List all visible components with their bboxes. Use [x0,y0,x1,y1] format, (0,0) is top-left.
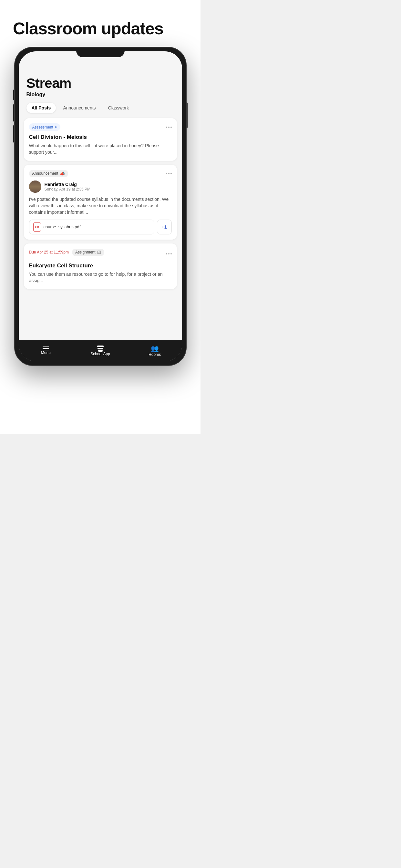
nav-school-app[interactable]: School App [73,340,127,361]
stream-subtitle: Biology [27,92,174,97]
attachment-row: pdf course_syllabus.pdf +1 [29,220,172,235]
more-menu-btn-3[interactable] [166,253,172,254]
nav-rooms-label: Rooms [149,352,161,357]
more-menu-btn-1[interactable] [166,127,172,128]
nav-menu-label: Menu [41,350,51,355]
assessment-icon: ≈ [55,125,57,129]
card-assignment[interactable]: Due Apr 25 at 11:59pm Assignment ☑ [24,244,177,289]
tag-assignment: Assignment ☑ [72,249,104,256]
card-assessment[interactable]: Assessment ≈ Cell Division - Meiosis [24,118,177,161]
tag-announcement: Announcement 📣 [29,170,68,177]
side-button-silent [13,89,15,100]
tab-announcements[interactable]: Announcements [58,103,101,113]
page-wrapper: Classroom updates Stream Biology [0,0,201,434]
page-title: Classroom updates [13,20,188,38]
file-attachment[interactable]: pdf course_syllabus.pdf [29,220,154,235]
page-title-section: Classroom updates [0,0,201,48]
avatar [29,181,41,193]
extra-files-btn[interactable]: +1 [157,220,172,235]
author-row: Henrietta Craig Sunday, Apr 19 at 2:35 P… [29,181,172,193]
side-button-vol-down [13,125,15,143]
card-body-2: I've posted the updated course syllabus … [29,196,172,216]
author-info: Henrietta Craig Sunday, Apr 19 at 2:35 P… [44,182,91,191]
avatar-image [29,181,41,193]
side-button-vol-up [13,104,15,122]
bottom-nav-area: Menu School App [19,340,182,361]
side-button-power [186,102,188,128]
nav-rooms[interactable]: 👥 Rooms [127,340,182,361]
card-header-row-2: Announcement 📣 [29,170,172,177]
card-title-3: Eukaryote Cell Structure [29,262,172,269]
tabs-row: All Posts Announcements Classwork [19,103,182,118]
tag-assessment: Assessment ≈ [29,123,61,131]
phone-notch [76,48,125,57]
phone-container: Stream Biology All Posts Announcements C… [15,48,186,365]
author-date: Sunday, Apr 19 at 2:35 PM [44,187,91,191]
stream-title: Stream [27,75,174,91]
menu-icon [42,346,49,350]
card-body-1: What would happen to this cell if it wer… [29,143,172,156]
tab-classwork[interactable]: Classwork [103,103,134,113]
card-body-3: You can use them as resources to go to f… [29,271,172,284]
card-header-row-1: Assessment ≈ [29,123,172,131]
assignment-icon: ☑ [97,250,101,255]
nav-menu[interactable]: Menu [19,340,73,361]
pdf-icon: pdf [33,222,41,231]
author-name: Henrietta Craig [44,182,91,187]
file-name: course_syllabus.pdf [43,224,81,229]
announcement-icon: 📣 [60,171,65,176]
rooms-icon: 👥 [151,345,159,352]
bottom-nav: Menu School App [19,340,182,361]
due-label: Due Apr 25 at 11:59pm [29,250,69,254]
tab-all-posts[interactable]: All Posts [27,103,56,113]
cards-area: Assessment ≈ Cell Division - Meiosis [19,118,182,340]
phone-frame: Stream Biology All Posts Announcements C… [15,48,186,365]
phone-screen: Stream Biology All Posts Announcements C… [19,51,182,361]
nav-school-app-label: School App [90,352,110,356]
stream-header: Stream Biology [19,69,182,103]
due-row: Due Apr 25 at 11:59pm Assignment ☑ [29,249,104,256]
screen-inner: Stream Biology All Posts Announcements C… [19,51,182,361]
card-header-row-3: Due Apr 25 at 11:59pm Assignment ☑ [29,249,172,259]
card-title-1: Cell Division - Meiosis [29,134,172,141]
school-app-icon [97,345,104,352]
card-announcement[interactable]: Announcement 📣 [24,165,177,240]
more-menu-btn-2[interactable] [166,173,172,174]
